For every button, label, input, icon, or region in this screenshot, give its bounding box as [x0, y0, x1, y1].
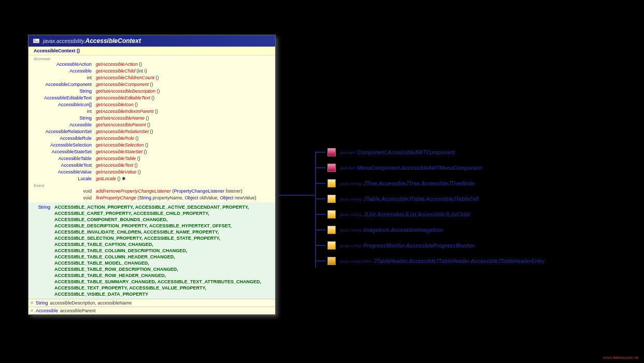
method-row: AccessibleActiongetAccessibleAction ()	[28, 61, 275, 68]
component-icon	[327, 164, 336, 172]
subclass-package: javax.swing.	[340, 243, 363, 248]
method-signature: getAccessibleEditableText ()	[96, 95, 154, 101]
swing-icon	[327, 195, 336, 203]
subclass-row[interactable]: java.awt.MenuComponent.AccessibleAWTMenu…	[321, 163, 545, 172]
protected-row: #Accessible accessibleParent	[28, 307, 275, 314]
return-type: Accessible	[34, 68, 96, 75]
method-signature: getLocale () ✱	[96, 176, 126, 182]
method-row: AccessibleRelationSetgetAccessibleRelati…	[28, 128, 275, 135]
return-type: void	[34, 188, 96, 195]
method-signature: firePropertyChange (String propertyName,…	[96, 195, 256, 201]
subclass-package: javax.swing.	[340, 212, 363, 217]
method-row: Accessibleget/setAccessibleParent ()	[28, 122, 275, 128]
method-signature: getAccessibleAction ()	[96, 61, 142, 68]
return-type: AccessibleAction	[34, 61, 96, 68]
subclass-row[interactable]: javax.swing.table.JTableHeader.Accessibl…	[321, 256, 545, 266]
header-classname: AccessibleContext	[85, 37, 141, 45]
return-type: AccessibleSelection	[34, 142, 96, 149]
method-signature: getAccessibleIndexInParent ()	[96, 108, 158, 115]
connector-branch	[315, 229, 325, 230]
method-row: AccessibleSelectiongetAccessibleSelectio…	[28, 142, 275, 149]
constants-list: ACCESSIBLE_ACTION_PROPERTY, ACCESSIBLE_A…	[54, 204, 262, 297]
subclass-row[interactable]: javax.swing.JTable.AccessibleJTable.Acce…	[321, 194, 545, 204]
method-signature: getAccessibleRelationSet ()	[96, 128, 153, 135]
subclass-package: javax.swing.	[340, 197, 363, 201]
subclass-name: MenuComponent.AccessibleAWTMenuComponent	[357, 165, 482, 171]
subclass-row[interactable]: java.awt.Component.AccessibleAWTComponen…	[321, 148, 545, 157]
class-box: javax.accessibility.AccessibleContext Ac…	[28, 35, 276, 315]
return-type: AccessibleValue	[34, 169, 96, 176]
connector-vertical	[315, 151, 316, 268]
return-type: AccessibleComponent	[34, 81, 96, 88]
method-signature: get/setAccessibleParent ()	[96, 122, 150, 128]
return-type: String	[34, 115, 96, 122]
footer-link[interactable]: www.falkhausen.de	[603, 355, 639, 360]
method-signature: getAccessibleTable ()	[96, 155, 140, 162]
method-signature: getAccessibleChild (int i)	[96, 68, 147, 75]
class-icon	[33, 37, 40, 45]
method-signature: getAccessibleChildrenCount ()	[96, 75, 159, 81]
method-signature: getAccessibleSelection ()	[96, 142, 148, 149]
return-type: Locale	[34, 176, 96, 182]
method-signature: getAccessibleIcon ()	[96, 101, 138, 108]
method-row: voidfirePropertyChange (String propertyN…	[28, 195, 275, 201]
accessor-list: AccessibleActiongetAccessibleAction ()Ac…	[28, 61, 275, 182]
swing-icon	[327, 179, 336, 187]
constants-type: String	[34, 204, 54, 297]
method-row: AccessibleTablegetAccessibleTable ()	[28, 155, 275, 162]
method-row: Stringget/setAccessibleDescription ()	[28, 88, 275, 95]
subclass-package: java.awt.	[340, 150, 356, 155]
subclass-package: javax.swing.table.	[340, 259, 373, 264]
method-row: AccessibleTextgetAccessibleText ()	[28, 162, 275, 169]
connector-branch	[315, 245, 325, 246]
subclass-package: java.awt.	[340, 166, 356, 170]
return-type: String	[34, 88, 96, 95]
return-type: AccessibleText	[34, 162, 96, 169]
method-row: AccessibleRolegetAccessibleRole ()	[28, 135, 275, 142]
return-type: AccessibleTable	[34, 155, 96, 162]
protected-list: #String accessibleDescription, accessibl…	[28, 299, 275, 314]
subclass-name: JTableHeader.AccessibleJTableHeader.Acce…	[374, 258, 545, 264]
subclass-name: JTable.AccessibleJTable.AccessibleJTable…	[364, 196, 479, 202]
subclass-name: ProgressMonitor.AccessibleProgressMonito…	[364, 243, 475, 249]
subclass-name: JList.AccessibleJList.AccessibleJListChi…	[364, 212, 470, 217]
connector-branch	[315, 260, 325, 262]
method-row: AccessibleComponentgetAccessibleComponen…	[28, 81, 275, 88]
table-icon	[327, 257, 336, 265]
connector-branch	[315, 198, 325, 199]
return-type: int	[34, 108, 96, 115]
swing-icon	[327, 210, 336, 219]
subclass-row[interactable]: javax.swing.JList.AccessibleJList.Access…	[321, 210, 545, 219]
return-type: int	[34, 75, 96, 81]
subclass-name: Component.AccessibleAWTComponent	[357, 150, 455, 155]
subclass-row[interactable]: javax.swing.JTree.AccessibleJTree.Access…	[321, 179, 545, 188]
header-package: javax.accessibility.	[43, 38, 85, 44]
protected-row: #String accessibleDescription, accessibl…	[28, 299, 275, 307]
connector-branch	[315, 152, 325, 153]
method-signature: getAccessibleText ()	[96, 162, 138, 169]
connector-branch	[315, 167, 325, 168]
method-row: intgetAccessibleChildrenCount ()	[28, 75, 275, 81]
subclass-package: javax.swing.	[340, 181, 363, 186]
constructor: AccessibleContext ()	[28, 47, 275, 55]
method-signature: getAccessibleValue ()	[96, 169, 141, 176]
method-row: intgetAccessibleIndexInParent ()	[28, 108, 275, 115]
subclass-package: javax.swing.	[340, 228, 363, 233]
subclass-row[interactable]: javax.swing.ImageIcon.AccessibleImageIco…	[321, 225, 545, 235]
method-signature: getAccessibleRole ()	[96, 135, 139, 142]
subclass-row[interactable]: javax.swing.ProgressMonitor.AccessiblePr…	[321, 241, 545, 250]
section-accessor-label: Accessor	[28, 55, 275, 61]
return-type: void	[34, 195, 96, 201]
return-type: AccessibleEditableText	[34, 95, 96, 101]
constants-block: String ACCESSIBLE_ACTION_PROPERTY, ACCES…	[28, 202, 275, 299]
svg-rect-3	[34, 42, 39, 42]
method-row: AccessibleEditableTextgetAccessibleEdita…	[28, 95, 275, 101]
return-type: AccessibleRelationSet	[34, 128, 96, 135]
method-signature: get/setAccessibleName ()	[96, 115, 149, 122]
connector-main	[276, 195, 315, 196]
method-row: AccessibleStateSetgetAccessibleStateSet …	[28, 149, 275, 155]
method-row: AccessibleValuegetAccessibleValue ()	[28, 169, 275, 176]
method-signature: add/removePropertyChangeListener (Proper…	[96, 188, 242, 195]
method-signature: getAccessibleComponent ()	[96, 81, 153, 88]
subclass-name: JTree.AccessibleJTree.AccessibleJTreeNod…	[364, 181, 475, 186]
